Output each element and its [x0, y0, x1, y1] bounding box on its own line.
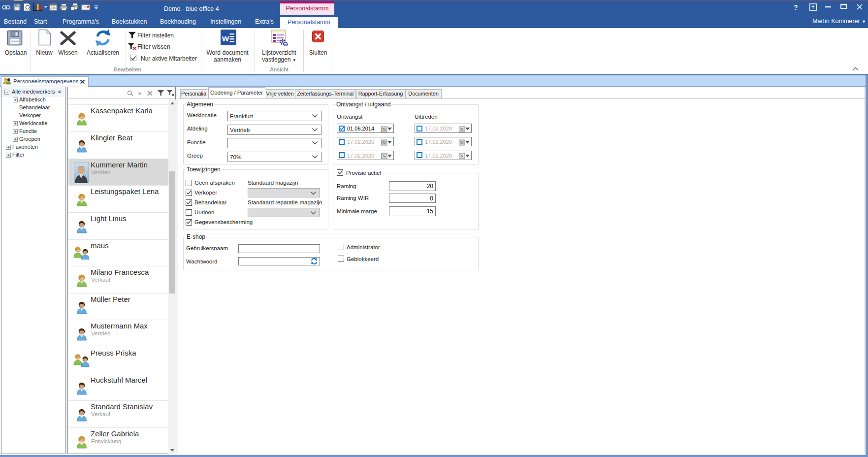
svg-text:w: w [222, 33, 229, 43]
